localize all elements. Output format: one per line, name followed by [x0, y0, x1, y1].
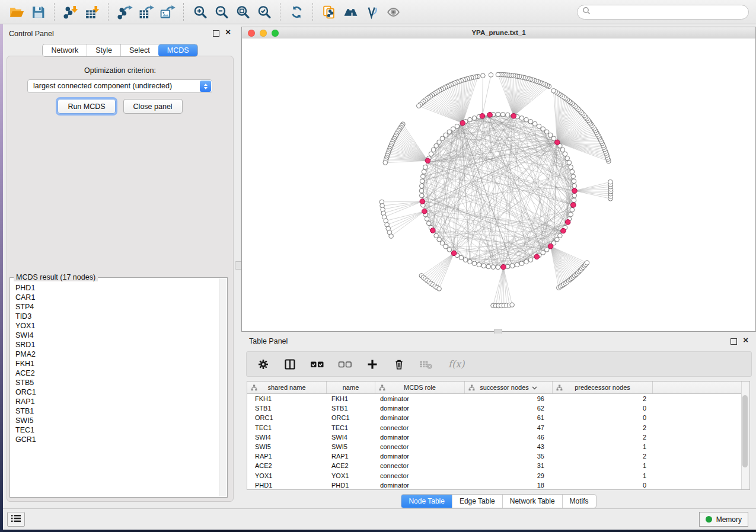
- dominator-node[interactable]: [487, 113, 493, 118]
- mcds-list-scrollbar[interactable]: [219, 278, 227, 496]
- column-header-successor-nodes[interactable]: successor nodes: [465, 382, 553, 393]
- network-node[interactable]: [528, 120, 533, 124]
- column-header-name[interactable]: name: [327, 382, 375, 393]
- mcds-result-item[interactable]: STB5: [15, 378, 219, 387]
- network-node[interactable]: [419, 188, 424, 193]
- mcds-result-item[interactable]: CAR1: [15, 293, 219, 302]
- leaf-node[interactable]: [496, 72, 500, 77]
- network-node[interactable]: [537, 124, 541, 129]
- network-node[interactable]: [572, 198, 576, 203]
- network-node[interactable]: [421, 174, 426, 179]
- save-session-icon[interactable]: [27, 2, 49, 21]
- network-node[interactable]: [481, 264, 486, 268]
- table-row[interactable]: RAP1RAP1dominator352: [247, 451, 742, 461]
- dominator-node[interactable]: [451, 251, 457, 256]
- mcds-result-item[interactable]: ORC1: [15, 387, 219, 397]
- tab-node-table[interactable]: Node Table: [401, 495, 452, 508]
- network-node[interactable]: [423, 165, 428, 169]
- column-header-predecessor-nodes[interactable]: predecessor nodes: [553, 382, 653, 393]
- network-node[interactable]: [524, 117, 529, 122]
- table-row[interactable]: SWI4SWI4dominator462: [247, 432, 742, 442]
- dominator-node[interactable]: [425, 158, 430, 164]
- network-node[interactable]: [477, 262, 481, 267]
- close-panel-icon[interactable]: ×: [225, 26, 231, 38]
- network-node[interactable]: [437, 237, 442, 242]
- zoom-out-icon[interactable]: [210, 2, 232, 21]
- network-node[interactable]: [447, 130, 452, 134]
- network-node[interactable]: [572, 179, 576, 184]
- network-node[interactable]: [519, 261, 524, 266]
- column-header-MCDS-role[interactable]: MCDS role: [375, 382, 465, 393]
- dominator-node[interactable]: [555, 140, 560, 145]
- leaf-node[interactable]: [437, 287, 442, 291]
- network-node[interactable]: [551, 136, 556, 141]
- mcds-result-item[interactable]: FKH1: [15, 359, 219, 368]
- zoom-fit-icon[interactable]: [232, 2, 253, 21]
- add-column-icon[interactable]: [365, 357, 379, 371]
- tab-style[interactable]: Style: [87, 44, 120, 56]
- network-node[interactable]: [570, 207, 575, 212]
- search-networks-binoculars-icon[interactable]: [340, 2, 361, 21]
- clone-network-icon[interactable]: [318, 2, 340, 21]
- table-row[interactable]: SWI5SWI5connector431: [247, 442, 742, 451]
- network-node[interactable]: [429, 152, 433, 156]
- open-file-icon[interactable]: [6, 2, 27, 21]
- network-node[interactable]: [524, 259, 529, 264]
- network-node[interactable]: [451, 127, 455, 132]
- table-scrollbar[interactable]: [741, 382, 749, 489]
- network-node[interactable]: [455, 124, 460, 129]
- mcds-result-item[interactable]: PHD1: [15, 283, 219, 293]
- zoom-selected-icon[interactable]: [253, 2, 275, 21]
- dominator-node[interactable]: [572, 188, 578, 194]
- optimization-criterion-select[interactable]: largest connected component (undirected): [27, 79, 212, 93]
- table-row[interactable]: ACE2ACE2connector311: [247, 461, 742, 470]
- tab-network[interactable]: Network: [43, 44, 87, 56]
- network-node[interactable]: [569, 165, 573, 169]
- network-node[interactable]: [463, 258, 468, 262]
- dominator-node[interactable]: [548, 243, 553, 249]
- network-node[interactable]: [505, 113, 510, 117]
- network-node[interactable]: [440, 241, 445, 246]
- leaf-node[interactable]: [551, 88, 556, 93]
- network-node[interactable]: [572, 193, 577, 198]
- table-row[interactable]: ORC1ORC1dominator610: [247, 413, 742, 422]
- network-node[interactable]: [496, 112, 500, 117]
- close-panel-icon[interactable]: ×: [743, 334, 748, 346]
- network-node[interactable]: [440, 136, 445, 141]
- dominator-node[interactable]: [420, 199, 425, 204]
- network-node[interactable]: [565, 156, 570, 161]
- network-node[interactable]: [563, 152, 567, 156]
- table-row[interactable]: PHD1PHD1dominator180: [247, 480, 742, 490]
- network-node[interactable]: [472, 116, 477, 121]
- network-node[interactable]: [431, 148, 436, 152]
- dominator-node[interactable]: [480, 114, 485, 119]
- network-node[interactable]: [544, 130, 549, 134]
- network-node[interactable]: [468, 259, 473, 264]
- network-node[interactable]: [544, 248, 549, 252]
- network-node[interactable]: [528, 258, 533, 262]
- mcds-result-item[interactable]: SWI4: [15, 331, 219, 340]
- network-node[interactable]: [422, 169, 426, 174]
- export-table-icon[interactable]: [135, 2, 157, 21]
- mcds-result-item[interactable]: TEC1: [15, 425, 219, 435]
- tab-motifs[interactable]: Motifs: [562, 495, 596, 508]
- export-image-icon[interactable]: [157, 2, 178, 21]
- dominator-node[interactable]: [561, 228, 566, 233]
- network-node[interactable]: [496, 265, 500, 270]
- zoom-in-icon[interactable]: [189, 2, 210, 21]
- dominator-node[interactable]: [565, 220, 570, 225]
- network-node[interactable]: [468, 117, 473, 122]
- tab-mcds[interactable]: MCDS: [158, 44, 197, 56]
- dominator-node[interactable]: [501, 264, 506, 270]
- network-node[interactable]: [444, 244, 448, 249]
- refresh-layout-icon[interactable]: [286, 2, 307, 21]
- table-row[interactable]: STB1STB1dominator620: [247, 403, 742, 413]
- deselect-all-icon[interactable]: [337, 357, 353, 371]
- network-node[interactable]: [434, 233, 439, 238]
- leaf-node[interactable]: [585, 261, 589, 265]
- tab-select[interactable]: Select: [120, 44, 158, 56]
- network-node[interactable]: [567, 161, 572, 165]
- network-node[interactable]: [437, 140, 442, 145]
- import-table-icon[interactable]: [81, 2, 103, 21]
- network-node[interactable]: [571, 174, 576, 179]
